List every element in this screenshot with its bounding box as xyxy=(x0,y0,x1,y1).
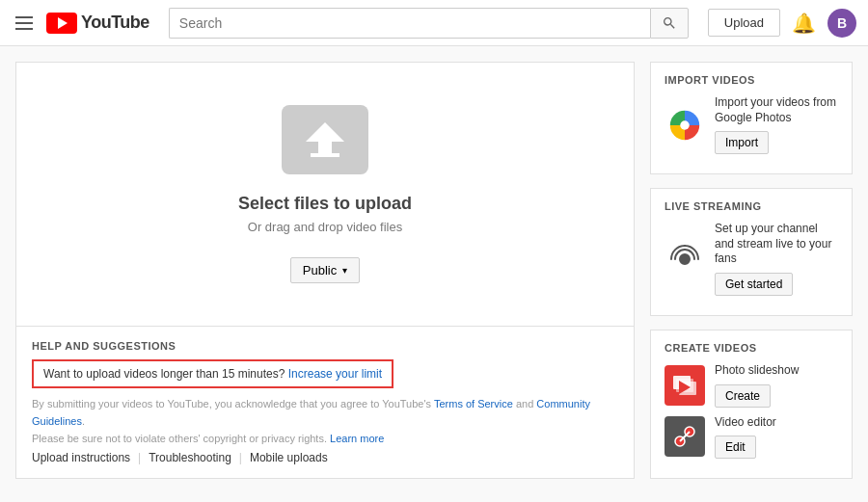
import-button[interactable]: Import xyxy=(715,131,769,154)
increase-limit-link[interactable]: Increase your limit xyxy=(288,367,382,381)
help-section: HELP AND SUGGESTIONS Want to upload vide… xyxy=(16,326,634,478)
live-streaming-card: LIVE STREAMING Set up your channel and s… xyxy=(650,188,853,316)
youtube-logo: YouTube xyxy=(46,13,149,34)
import-title: IMPORT VIDEOS xyxy=(665,74,838,86)
search-bar xyxy=(169,8,689,39)
privacy-note: Please be sure not to violate others' co… xyxy=(32,433,327,444)
yt-triangle xyxy=(58,17,68,29)
troubleshooting-link[interactable]: Troubleshooting xyxy=(149,451,231,464)
editor-svg xyxy=(671,423,698,450)
learn-more-link[interactable]: Learn more xyxy=(330,433,384,444)
editor-text: Video editor Edit xyxy=(715,415,838,460)
tos-period: . xyxy=(82,415,85,427)
terms-of-service-link[interactable]: Terms of Service xyxy=(434,398,513,410)
privacy-dropdown[interactable]: Public ▾ xyxy=(290,257,360,283)
svg-point-0 xyxy=(680,120,690,130)
tos-and: and xyxy=(516,398,533,410)
slideshow-icon xyxy=(665,365,705,406)
help-title: HELP AND SUGGESTIONS xyxy=(32,340,618,352)
google-photos-icon xyxy=(665,105,705,145)
slideshow-svg xyxy=(671,372,698,399)
main-container: Select files to upload Or drag and drop … xyxy=(0,46,868,494)
upload-subtitle: Or drag and drop video files xyxy=(248,220,402,234)
help-highlight-box: Want to upload videos longer than 15 min… xyxy=(32,359,393,388)
help-links: Upload instructions | Troubleshooting | … xyxy=(32,451,618,464)
dropdown-arrow-icon: ▾ xyxy=(342,265,347,276)
tos-text: By submitting your videos to YouTube, yo… xyxy=(32,398,431,410)
upload-arrow-icon xyxy=(306,122,344,142)
sidebar: IMPORT VIDEOS Import your videos from Go… xyxy=(650,62,853,479)
slideshow-item: Photo slideshow Create xyxy=(665,363,838,408)
upload-title: Select files to upload xyxy=(238,194,412,214)
pinwheel-svg xyxy=(666,107,703,144)
create-title: CREATE VIDEOS xyxy=(665,342,838,354)
privacy-label: Public xyxy=(303,263,337,277)
yt-wordmark: YouTube xyxy=(81,13,149,33)
help-tos: By submitting your videos to YouTube, yo… xyxy=(32,396,618,447)
header: YouTube Upload 🔔 B xyxy=(0,0,868,46)
upload-button[interactable]: Upload xyxy=(708,9,780,37)
search-input[interactable] xyxy=(169,8,650,39)
search-icon xyxy=(662,15,677,31)
live-streaming-icon xyxy=(665,239,705,279)
import-description: Import your videos from Google Photos xyxy=(715,95,838,125)
search-button[interactable] xyxy=(650,8,689,39)
edit-button[interactable]: Edit xyxy=(715,436,756,459)
live-icon-svg xyxy=(665,240,704,278)
slideshow-label: Photo slideshow xyxy=(715,363,838,379)
import-videos-card: IMPORT VIDEOS Import your videos from Go… xyxy=(650,62,853,174)
separator-2: | xyxy=(239,451,242,464)
live-description: Set up your channel and stream live to y… xyxy=(715,222,838,267)
slideshow-text: Photo slideshow Create xyxy=(715,363,838,408)
avatar[interactable]: B xyxy=(827,9,856,38)
editor-icon xyxy=(665,416,705,457)
notification-bell-icon[interactable]: 🔔 xyxy=(792,12,816,35)
hamburger-menu[interactable] xyxy=(12,13,37,34)
create-videos-card: CREATE VIDEOS Photo slideshow Create xyxy=(650,330,853,479)
import-item: Import your videos from Google Photos Im… xyxy=(665,95,838,154)
editor-item: Video editor Edit xyxy=(665,415,838,460)
help-highlight-text: Want to upload videos longer than 15 min… xyxy=(43,367,285,381)
live-title: LIVE STREAMING xyxy=(665,200,838,212)
editor-label: Video editor xyxy=(715,415,838,431)
live-item: Set up your channel and stream live to y… xyxy=(665,222,838,296)
upload-dropzone[interactable]: Select files to upload Or drag and drop … xyxy=(16,63,634,326)
create-slideshow-button[interactable]: Create xyxy=(715,384,771,408)
header-right: Upload 🔔 B xyxy=(708,9,856,38)
yt-play-icon xyxy=(46,13,77,34)
upload-icon-container xyxy=(282,105,368,174)
mobile-uploads-link[interactable]: Mobile uploads xyxy=(250,451,328,464)
import-text: Import your videos from Google Photos Im… xyxy=(715,95,838,154)
separator-1: | xyxy=(138,451,141,464)
upload-instructions-link[interactable]: Upload instructions xyxy=(32,451,130,464)
get-started-button[interactable]: Get started xyxy=(715,273,793,296)
live-text: Set up your channel and stream live to y… xyxy=(715,222,838,296)
upload-section: Select files to upload Or drag and drop … xyxy=(15,62,635,479)
header-left: YouTube xyxy=(12,13,149,34)
